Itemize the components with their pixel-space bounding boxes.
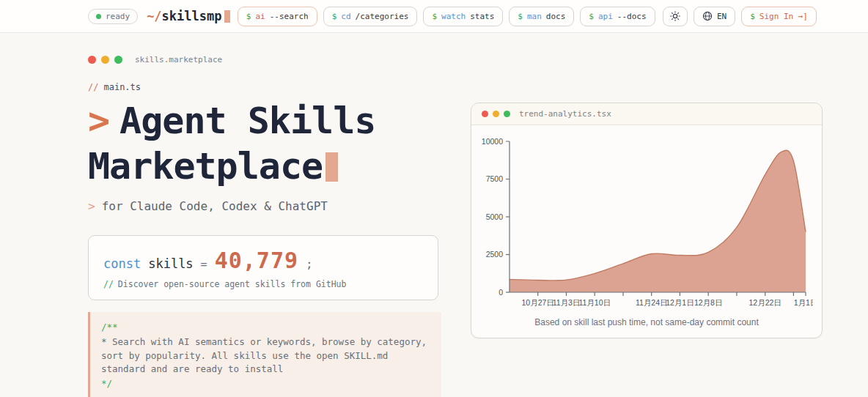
- prompt-symbol: >: [88, 199, 95, 213]
- navbar-menu: $ ai --search $ cd /categories $ watch s…: [238, 7, 655, 26]
- main-content: skills.marketplace //main.ts >Agent Skil…: [0, 33, 868, 397]
- window-dot-green-icon: [504, 111, 510, 117]
- chart-caption: Based on skill last push time, not same-…: [471, 314, 822, 338]
- nav-args: docs: [546, 12, 566, 21]
- description-comment-block: /** * Search with AI semantics or keywor…: [88, 312, 441, 397]
- nav-args: /categories: [356, 12, 409, 21]
- comment-slashes: //: [88, 82, 98, 92]
- language-label: EN: [717, 12, 727, 21]
- chart-body: 02500500075001000010月27日11月3日11月10日11月24…: [471, 125, 822, 314]
- cursor-block: [326, 152, 338, 182]
- sign-in-label: Sign In →]: [760, 12, 808, 21]
- dollar-sign: $: [750, 12, 755, 21]
- skills-count-comment-text: Discover open-source agent skills from G…: [118, 279, 347, 289]
- file-label: //main.ts: [88, 82, 441, 92]
- window-dot-red-icon: [88, 56, 96, 64]
- cursor-block: [224, 10, 230, 23]
- window-dot-red-icon: [482, 111, 488, 117]
- x-tick-label: 1月1日: [794, 298, 813, 307]
- window-title: skills.marketplace: [135, 55, 222, 64]
- semicolon: ;: [306, 257, 313, 271]
- logo[interactable]: ~/skillsmp: [147, 9, 229, 23]
- status-badge: ready: [88, 9, 138, 24]
- skills-count-card: const skills = 40,779 ; //Discover open-…: [88, 235, 438, 300]
- globe-icon: [702, 11, 713, 21]
- hero-section: skills.marketplace //main.ts >Agent Skil…: [88, 55, 441, 397]
- nav-cmd: ai: [255, 12, 265, 21]
- hero-subtitle-text: for Claude Code, Codex & ChatGPT: [102, 199, 328, 213]
- ready-dot-icon: [96, 14, 101, 19]
- description-text: * Search with AI semantics or keywords, …: [101, 335, 430, 376]
- navbar: ready ~/skillsmp $ ai --search $ cd /cat…: [0, 0, 868, 33]
- dollar-sign: $: [518, 12, 523, 21]
- window-dot-yellow-icon: [101, 56, 109, 64]
- logo-prefix: ~/: [147, 9, 161, 23]
- dollar-sign: $: [589, 12, 594, 21]
- nav-args: --docs: [617, 12, 647, 21]
- skills-variable: skills: [148, 256, 193, 271]
- skills-count-comment: //Discover open-source agent skills from…: [103, 279, 423, 289]
- nav-cmd: cd: [341, 12, 350, 21]
- x-tick-label: 11月24日: [636, 298, 668, 307]
- trend-chart-card: trend-analytics.tsx 02500500075001000010…: [471, 103, 823, 338]
- y-tick-label: 5000: [486, 212, 504, 221]
- skills-count-value: 40,779: [215, 248, 298, 273]
- y-tick-label: 0: [499, 288, 503, 297]
- x-tick-label: 11月3日: [553, 298, 581, 307]
- trend-chart: 02500500075001000010月27日11月3日11月10日11月24…: [477, 131, 813, 314]
- trend-area: [510, 150, 806, 292]
- dollar-sign: $: [432, 12, 437, 21]
- x-tick-label: 11月10日: [578, 298, 611, 307]
- comment-close: */: [101, 377, 430, 391]
- comment-open: /**: [101, 321, 430, 335]
- navbar-right: EN $ Sign In →]: [663, 7, 817, 26]
- y-tick-label: 10000: [482, 137, 503, 146]
- hero-subtitle: >for Claude Code, Codex & ChatGPT: [88, 199, 441, 213]
- sign-in-button[interactable]: $ Sign In →]: [741, 7, 817, 26]
- y-tick-label: 7500: [486, 174, 504, 183]
- file-name: main.ts: [103, 82, 141, 92]
- page-title: >Agent Skills Marketplace: [88, 98, 441, 189]
- x-tick-label: 12月22日: [749, 298, 781, 307]
- logo-name: skillsmp: [162, 9, 222, 23]
- nav-stats-button[interactable]: $ watch stats: [423, 7, 503, 26]
- nav-ai-search-button[interactable]: $ ai --search: [238, 7, 317, 26]
- x-tick-label: 10月27日: [522, 298, 554, 307]
- nav-cmd: api: [598, 12, 613, 21]
- x-tick-label: 12月8日: [694, 298, 723, 307]
- equals-sign: =: [201, 258, 207, 271]
- comment-slashes: //: [103, 279, 114, 289]
- nav-cmd: watch: [441, 12, 466, 21]
- dollar-sign: $: [246, 12, 251, 21]
- x-tick-label: 12月1日: [666, 298, 694, 307]
- const-keyword: const: [103, 256, 141, 271]
- window-dot-yellow-icon: [493, 111, 499, 117]
- y-tick-label: 2500: [486, 250, 504, 259]
- nav-args: stats: [470, 12, 494, 21]
- terminal-window-bar: skills.marketplace: [88, 55, 441, 64]
- nav-categories-button[interactable]: $ cd /categories: [323, 7, 418, 26]
- chart-title: trend-analytics.tsx: [519, 109, 611, 119]
- status-label: ready: [106, 12, 130, 21]
- nav-api-docs-button[interactable]: $ api --docs: [580, 7, 655, 26]
- window-dot-green-icon: [114, 56, 122, 64]
- theme-toggle-button[interactable]: [663, 7, 688, 26]
- prompt-symbol: >: [88, 100, 109, 142]
- sun-icon: [670, 11, 680, 21]
- nav-cmd: man: [527, 12, 542, 21]
- dollar-sign: $: [332, 12, 337, 21]
- chart-section: trend-analytics.tsx 02500500075001000010…: [471, 103, 823, 397]
- navbar-left: ready ~/skillsmp: [88, 9, 230, 24]
- language-button[interactable]: EN: [694, 7, 735, 26]
- chart-window-bar: trend-analytics.tsx: [471, 103, 822, 125]
- nav-docs-button[interactable]: $ man docs: [509, 7, 574, 26]
- nav-args: --search: [270, 12, 309, 21]
- skills-count-line: const skills = 40,779 ;: [103, 248, 423, 273]
